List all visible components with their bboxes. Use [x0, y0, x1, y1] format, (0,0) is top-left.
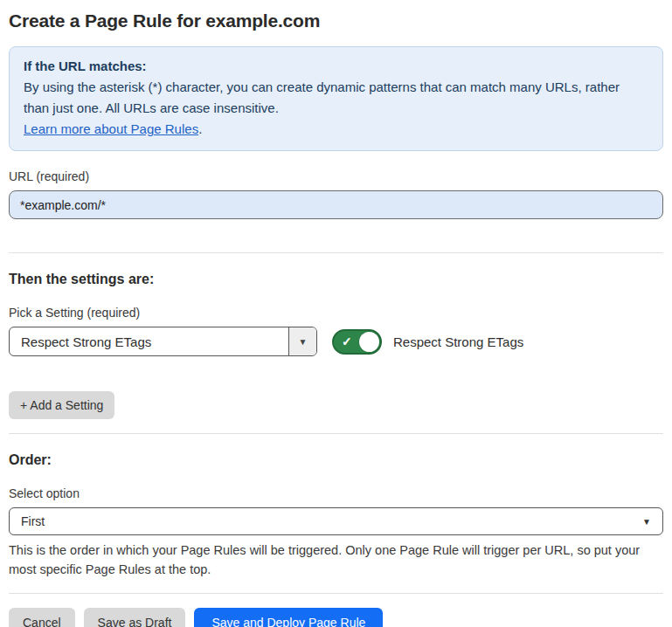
setting-select-value: Respect Strong ETags: [10, 327, 288, 355]
toggle-knob: [359, 332, 379, 352]
info-box-heading: If the URL matches:: [24, 56, 648, 77]
url-match-info-box: If the URL matches: By using the asteris…: [9, 46, 663, 151]
order-select-label: Select option: [9, 486, 663, 500]
info-box-body: By using the asterisk (*) character, you…: [24, 77, 648, 119]
chevron-down-icon: ▼: [642, 517, 651, 527]
info-box-link-line: Learn more about Page Rules.: [24, 119, 648, 140]
setting-toggle[interactable]: ✓: [332, 329, 382, 355]
page-title: Create a Page Rule for example.com: [9, 7, 663, 31]
save-deploy-button[interactable]: Save and Deploy Page Rule: [194, 608, 383, 627]
order-help-text: This is the order in which your Page Rul…: [9, 541, 663, 579]
chevron-down-icon[interactable]: ▼: [288, 327, 316, 355]
setting-toggle-label: Respect Strong ETags: [393, 334, 523, 349]
link-suffix: .: [198, 121, 202, 136]
setting-select[interactable]: Respect Strong ETags ▼: [9, 327, 317, 356]
order-select[interactable]: First ▼: [9, 507, 663, 535]
order-select-value: First: [21, 514, 45, 528]
url-field-label: URL (required): [9, 169, 663, 183]
footer-divider: [9, 593, 663, 594]
order-heading: Order:: [9, 452, 663, 468]
settings-heading: Then the settings are:: [9, 272, 663, 287]
check-icon: ✓: [342, 334, 352, 348]
url-input[interactable]: [9, 190, 663, 219]
page-rule-form: Create a Page Rule for example.com If th…: [0, 0, 672, 627]
learn-more-link[interactable]: Learn more about Page Rules: [24, 121, 198, 136]
add-setting-button[interactable]: + Add a Setting: [9, 391, 114, 419]
section-divider: [9, 433, 663, 434]
pick-setting-label: Pick a Setting (required): [9, 306, 663, 320]
footer-actions: Cancel Save as Draft Save and Deploy Pag…: [9, 608, 663, 627]
cancel-button[interactable]: Cancel: [9, 608, 75, 627]
section-divider: [9, 252, 663, 253]
save-draft-button[interactable]: Save as Draft: [84, 608, 186, 627]
setting-row: Respect Strong ETags ▼ ✓ Respect Strong …: [9, 327, 663, 356]
